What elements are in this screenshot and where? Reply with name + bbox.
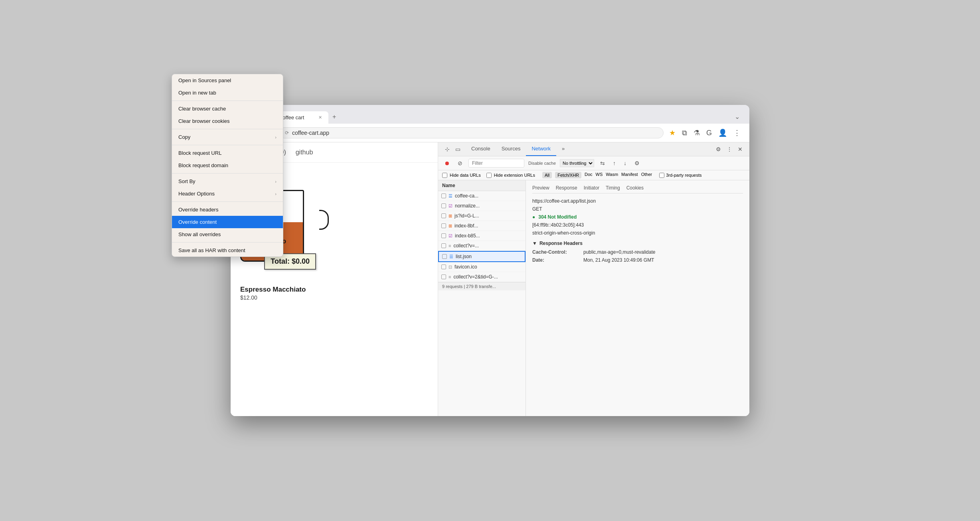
file-item-collect1[interactable]: ≡ collect?v=... — [438, 241, 526, 251]
ctx-header-options[interactable]: Header Options › — [172, 187, 283, 200]
method-value: GET — [532, 206, 542, 212]
browser-menu-button[interactable]: ⋮ — [731, 127, 743, 139]
detail-tab-cookies[interactable]: Cookies — [626, 185, 644, 191]
cache-control-value: public,max-age=0,must-revalidate — [583, 249, 655, 255]
referrer-value: strict-origin-when-cross-origin — [532, 230, 595, 236]
file-icon-doc: ☰ — [449, 193, 452, 199]
ctx-override-content-label: Override content — [178, 219, 217, 225]
ctx-open-new-tab[interactable]: Open in new tab — [172, 87, 283, 99]
file-item-normalize[interactable]: ☑ normalize... — [438, 201, 526, 211]
file-checkbox[interactable] — [441, 193, 446, 198]
file-item-index-b[interactable]: ☑ index-b85... — [438, 231, 526, 241]
file-item-list-json[interactable]: ☰ list.json — [438, 251, 526, 262]
ctx-open-new-tab-label: Open in new tab — [178, 90, 216, 96]
file-checkbox[interactable] — [441, 203, 446, 208]
third-party-checkbox[interactable] — [659, 173, 664, 178]
file-item-js-g[interactable]: ⊞ js?id=G-L... — [438, 211, 526, 221]
file-checkbox[interactable] — [441, 223, 446, 228]
hide-data-urls-label: Hide data URLs — [450, 173, 481, 178]
cache-control-row: Cache-Control: public,max-age=0,must-rev… — [532, 249, 743, 255]
file-item-collect2[interactable]: ≡ collect?v=2&tid=G-... — [438, 272, 526, 282]
tab-sources[interactable]: Sources — [496, 142, 526, 156]
ctx-clear-cache[interactable]: Clear browser cache — [172, 103, 283, 115]
wifi-icon[interactable]: ⇆ — [598, 159, 607, 168]
profile-button[interactable]: 👤 — [716, 127, 729, 139]
devtools-settings-icon[interactable]: ⚙ — [714, 145, 723, 154]
file-item-favicon[interactable]: ⊡ favicon.ico — [438, 262, 526, 272]
detail-tab-initiator[interactable]: Initiator — [584, 185, 599, 191]
tab-overflow-button[interactable]: ⌄ — [731, 110, 743, 124]
lab-button[interactable]: ⚗ — [691, 127, 702, 139]
ctx-block-domain-label: Block request domain — [178, 162, 228, 168]
google-button[interactable]: G — [704, 127, 714, 139]
nav-actions: ★ ⧉ ⚗ G 👤 ⋮ — [667, 127, 743, 139]
file-checkbox[interactable] — [442, 254, 447, 259]
throttle-select[interactable]: No throttling — [560, 159, 594, 167]
main-content: menu cart (0) github Espresso $10.00 esp… — [231, 142, 749, 416]
ctx-show-overrides[interactable]: Show all overrides — [172, 228, 283, 241]
dt-settings-icon[interactable]: ⚙ — [632, 159, 642, 168]
ctx-clear-cookies[interactable]: Clear browser cookies — [172, 115, 283, 127]
file-checkbox[interactable] — [441, 274, 446, 279]
tab-console[interactable]: Console — [466, 142, 496, 156]
bookmark-button[interactable]: ★ — [667, 127, 678, 139]
filter-wasm[interactable]: Wasm — [606, 172, 618, 178]
ctx-sep2 — [172, 129, 283, 129]
file-item-coffee[interactable]: ☰ coffee-ca... — [438, 191, 526, 201]
ctx-block-url[interactable]: Block request URL — [172, 147, 283, 159]
hide-data-urls-checkbox[interactable] — [442, 173, 447, 178]
devtools-close-icon[interactable]: ✕ — [736, 145, 745, 154]
address-bar[interactable]: ⟳ coffee-cart.app — [279, 127, 664, 138]
filter-ws[interactable]: WS — [596, 172, 603, 178]
site-nav-github[interactable]: github — [296, 149, 313, 156]
response-headers-section: ▼ Response Headers — [532, 241, 743, 246]
file-icon-css: ☑ — [449, 203, 452, 209]
details-panel: Preview Response Initiator Timing Cookie… — [526, 180, 749, 416]
detail-tab-timing[interactable]: Timing — [606, 185, 620, 191]
tab-network[interactable]: Network — [526, 142, 556, 156]
detail-tab-response[interactable]: Response — [556, 185, 577, 191]
record-icon[interactable]: ⏺ — [442, 159, 452, 168]
ctx-block-domain[interactable]: Block request domain — [172, 159, 283, 172]
upload-icon[interactable]: ↑ — [611, 159, 618, 168]
ctx-override-content[interactable]: Override content — [172, 216, 283, 228]
ctx-sort-by-label: Sort By — [178, 178, 196, 184]
tab-close-icon[interactable]: ✕ — [318, 115, 322, 120]
filter-input[interactable] — [468, 159, 524, 168]
ctx-copy[interactable]: Copy › — [172, 131, 283, 143]
filter-other[interactable]: Other — [641, 172, 652, 178]
filter-doc[interactable]: Doc — [585, 172, 593, 178]
remote-addr-value: [64:ff9b::4b02:3c05]:443 — [532, 222, 584, 228]
download-icon[interactable]: ↓ — [622, 159, 628, 168]
ctx-sep5 — [172, 201, 283, 202]
new-tab-button[interactable]: + — [328, 110, 340, 124]
third-party-label: 3rd-party requests — [666, 173, 701, 178]
ctx-show-overrides-label: Show all overrides — [178, 231, 221, 237]
hide-ext-urls-checkbox[interactable] — [486, 173, 492, 178]
detail-tab-preview[interactable]: Preview — [532, 185, 549, 191]
file-checkbox[interactable] — [441, 243, 446, 248]
devtools-more-icon[interactable]: ⋮ — [725, 145, 734, 154]
context-menu[interactable]: Open in Sources panel Open in new tab Cl… — [172, 74, 283, 257]
filter-manifest[interactable]: Manifest — [621, 172, 638, 178]
file-checkbox[interactable] — [441, 213, 446, 218]
file-checkbox[interactable] — [441, 233, 446, 238]
product2-price: $12.00 — [240, 294, 428, 301]
clear-icon[interactable]: ⊘ — [456, 159, 464, 168]
status-bar: 9 requests | 279 B transfe... — [438, 282, 526, 290]
devtools-responsive-icon[interactable]: ▭ — [453, 145, 462, 154]
file-item-index-8[interactable]: ⊞ index-8bf... — [438, 221, 526, 231]
filter-fetch[interactable]: Fetch/XHR — [555, 172, 581, 178]
file-checkbox[interactable] — [441, 264, 446, 269]
status-indicator: ● — [532, 214, 535, 220]
extensions-button[interactable]: ⧉ — [680, 127, 690, 139]
ctx-sort-by[interactable]: Sort By › — [172, 175, 283, 187]
devtools-cursor-icon[interactable]: ⊹ — [443, 145, 452, 154]
tab-more[interactable]: » — [556, 142, 570, 156]
file-name: index-b85... — [455, 233, 480, 239]
filter-all[interactable]: All — [542, 172, 552, 178]
ctx-open-sources[interactable]: Open in Sources panel — [172, 74, 283, 87]
ctx-override-headers[interactable]: Override headers — [172, 203, 283, 216]
ctx-save-har[interactable]: Save all as HAR with content — [172, 244, 283, 257]
hide-ext-urls-label: Hide extension URLs — [494, 173, 535, 178]
